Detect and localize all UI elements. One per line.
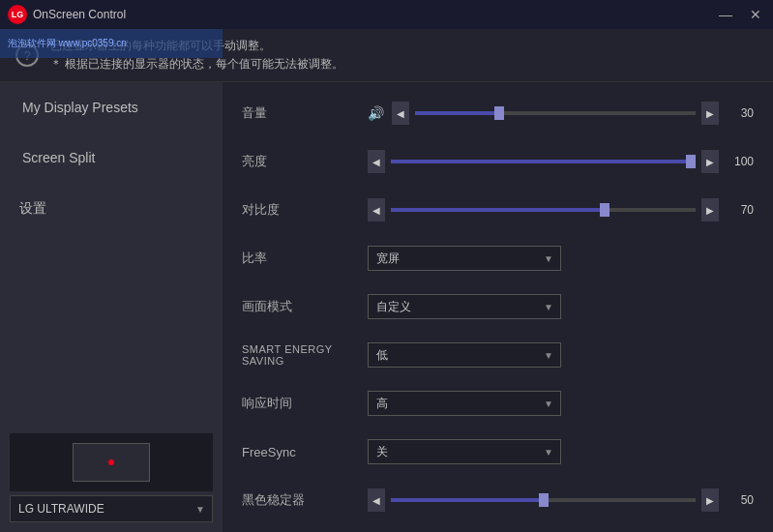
watermark-text: 泡泡软件网 www.pc0359.cn <box>8 37 127 50</box>
sidebar-item-display-presets[interactable]: My Display Presets <box>0 82 223 133</box>
sidebar: My Display Presets Screen Split 设置 LG UL… <box>0 82 223 532</box>
picture-mode-row: 画面模式 自定义 鲜艳 标准 电影 <box>242 289 754 324</box>
brightness-track[interactable] <box>391 160 696 163</box>
volume-fill <box>415 111 499 115</box>
app-logo: LG <box>8 5 27 24</box>
black-stabilizer-increase-button[interactable]: ▶ <box>701 488 719 512</box>
black-stabilizer-row: 黑色稳定器 ◀ ▶ 50 <box>242 483 754 517</box>
sidebar-bottom: LG ULTRAWIDE <box>0 424 223 532</box>
monitor-select-wrapper: LG ULTRAWIDE <box>10 495 213 522</box>
contrast-value: 70 <box>723 203 754 217</box>
response-time-select[interactable]: 高 中 低 <box>368 391 561 416</box>
smart-energy-select[interactable]: 低 高 关 <box>368 342 561 368</box>
aspect-ratio-row: 比率 宽屏 4:3 原始 <box>242 241 754 276</box>
response-time-label: 响应时间 <box>242 395 368 412</box>
volume-slider-container: 🔊 ◀ ▶ 30 <box>368 102 754 125</box>
main-layout: My Display Presets Screen Split 设置 LG UL… <box>0 82 773 532</box>
aspect-ratio-label: 比率 <box>242 250 368 267</box>
contrast-decrease-button[interactable]: ◀ <box>368 198 385 222</box>
smart-energy-label: SMART ENERGY SAVING <box>242 343 368 367</box>
black-stabilizer-label: 黑色稳定器 <box>242 491 368 509</box>
picture-mode-label: 画面模式 <box>242 298 368 315</box>
contrast-track[interactable] <box>391 208 696 212</box>
monitor-select[interactable]: LG ULTRAWIDE <box>10 495 213 522</box>
thumb-inner <box>73 443 150 482</box>
volume-thumb[interactable] <box>494 106 504 120</box>
monitor-thumbnail <box>10 433 213 491</box>
sidebar-item-settings[interactable]: 设置 <box>0 183 223 235</box>
title-bar-left: LG OnScreen Control <box>8 5 126 24</box>
volume-value: 30 <box>723 106 754 120</box>
contrast-slider-container: ◀ ▶ 70 <box>368 198 754 222</box>
smart-energy-row: SMART ENERGY SAVING 低 高 关 <box>242 338 754 372</box>
black-stabilizer-decrease-button[interactable]: ◀ <box>368 488 385 512</box>
aspect-ratio-dropdown-wrapper: 宽屏 4:3 原始 <box>368 246 561 271</box>
volume-track[interactable] <box>415 111 696 115</box>
smart-energy-dropdown-wrapper: 低 高 关 <box>368 342 561 368</box>
freesync-dropdown-wrapper: 关 开 <box>368 439 561 464</box>
brightness-increase-button[interactable]: ▶ <box>701 150 719 173</box>
volume-row: 音量 🔊 ◀ ▶ 30 <box>242 96 754 131</box>
black-stabilizer-fill <box>391 498 544 502</box>
brightness-label: 亮度 <box>242 153 368 170</box>
thumb-dot <box>108 459 114 465</box>
speaker-icon: 🔊 <box>368 105 384 121</box>
title-bar: LG OnScreen Control — ✕ <box>0 0 773 29</box>
response-time-row: 响应时间 高 中 低 <box>242 386 754 421</box>
brightness-value: 100 <box>723 155 754 168</box>
sidebar-item-screen-split[interactable]: Screen Split <box>0 133 223 183</box>
black-stabilizer-value: 50 <box>723 493 754 507</box>
black-stabilizer-thumb[interactable] <box>539 493 549 507</box>
minimize-button[interactable]: — <box>715 7 736 22</box>
close-button[interactable]: ✕ <box>746 7 765 22</box>
contrast-fill <box>391 208 605 212</box>
freesync-row: FreeSync 关 开 <box>242 434 754 469</box>
brightness-row: 亮度 ◀ ▶ 100 <box>242 144 754 179</box>
contrast-increase-button[interactable]: ▶ <box>701 198 719 222</box>
picture-mode-select[interactable]: 自定义 鲜艳 标准 电影 <box>368 294 561 319</box>
contrast-label: 对比度 <box>242 201 368 219</box>
black-stabilizer-slider-container: ◀ ▶ 50 <box>368 488 754 512</box>
brightness-decrease-button[interactable]: ◀ <box>368 150 385 173</box>
aspect-ratio-select[interactable]: 宽屏 4:3 原始 <box>368 246 561 271</box>
volume-label: 音量 <box>242 104 368 122</box>
freesync-select[interactable]: 关 开 <box>368 439 561 464</box>
picture-mode-dropdown-wrapper: 自定义 鲜艳 标准 电影 <box>368 294 561 319</box>
contrast-row: 对比度 ◀ ▶ 70 <box>242 192 754 227</box>
black-stabilizer-track[interactable] <box>391 498 696 502</box>
app-title: OnScreen Control <box>33 8 126 21</box>
content-area: 音量 🔊 ◀ ▶ 30 亮度 ◀ ▶ 1 <box>223 82 773 532</box>
volume-decrease-button[interactable]: ◀ <box>392 102 409 125</box>
contrast-thumb[interactable] <box>600 203 609 217</box>
title-bar-right: — ✕ <box>715 7 765 22</box>
brightness-slider-container: ◀ ▶ 100 <box>368 150 754 173</box>
response-time-dropdown-wrapper: 高 中 低 <box>368 391 561 416</box>
watermark: 泡泡软件网 www.pc0359.cn <box>0 29 223 58</box>
freesync-label: FreeSync <box>242 445 368 459</box>
brightness-thumb[interactable] <box>686 155 696 168</box>
brightness-fill <box>391 160 696 163</box>
volume-increase-button[interactable]: ▶ <box>701 102 719 125</box>
